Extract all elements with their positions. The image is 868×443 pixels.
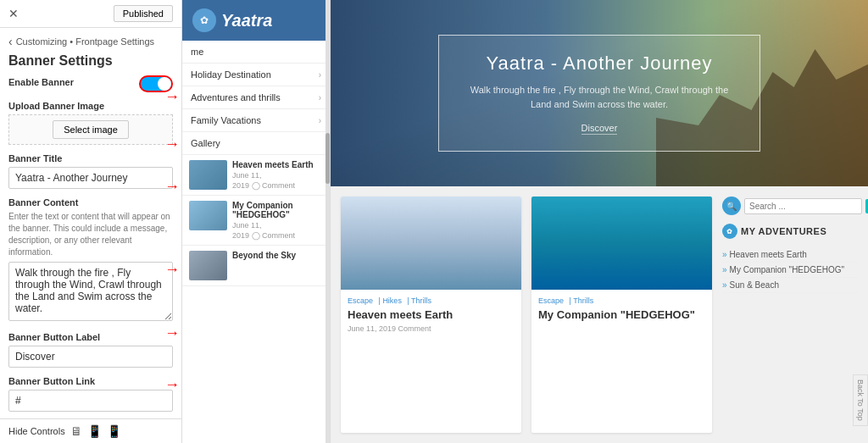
banner-content-textarea[interactable]: Walk through the fire , Fly through the … bbox=[8, 262, 173, 321]
card-1: Escape | Hikes | Thrills Heaven meets Ea… bbox=[341, 197, 521, 433]
banner-button-link-label: Banner Button Link bbox=[8, 376, 173, 386]
scroll-bar bbox=[326, 0, 330, 443]
nav-item-adventures-label: Adventures and thrills bbox=[191, 92, 281, 102]
panel-title: Banner Settings bbox=[0, 52, 181, 75]
upload-image-group: Upload Banner Image Select image bbox=[8, 101, 173, 145]
nav-item-gallery-label: Gallery bbox=[191, 138, 220, 148]
hide-controls-label: Hide Controls bbox=[8, 426, 65, 436]
banner-button-link-wrapper bbox=[8, 390, 173, 412]
widget-title: ✿ MY ADVENTURES bbox=[722, 224, 858, 239]
post-meta-1: June 11, bbox=[232, 171, 323, 180]
close-icon[interactable]: ✕ bbox=[8, 7, 19, 20]
site-logo-area: ✿ Yaatra bbox=[182, 0, 330, 41]
hero-overlay-box: Yaatra - Another Journey Walk through th… bbox=[438, 35, 760, 152]
widget-list-item-2: My Companion "HEDGEHOG" bbox=[722, 263, 858, 278]
banner-content-wrapper: Walk through the fire , Fly through the … bbox=[8, 262, 173, 324]
select-image-button[interactable]: Select image bbox=[53, 120, 129, 139]
logo-icon: ✿ bbox=[192, 8, 216, 32]
nav-item-me[interactable]: me bbox=[182, 41, 330, 64]
widget-list-item-1: Heaven meets Earth bbox=[722, 247, 858, 263]
widget-icon: ✿ bbox=[722, 224, 737, 239]
banner-button-link-input[interactable] bbox=[8, 390, 173, 412]
banner-title-group: Banner Title bbox=[8, 153, 173, 189]
top-bar: ✕ Published bbox=[0, 0, 181, 28]
banner-button-label-group: Banner Button Label bbox=[8, 332, 173, 368]
tag-thrills-1: Thrills bbox=[411, 296, 431, 305]
upload-image-box: Select image bbox=[8, 114, 173, 145]
published-button[interactable]: Published bbox=[114, 5, 173, 22]
nav-chevron-icon: › bbox=[319, 70, 321, 80]
nav-item-gallery[interactable]: Gallery bbox=[182, 132, 330, 155]
search-input[interactable] bbox=[744, 198, 862, 214]
nav-item-family[interactable]: Family Vacations › bbox=[182, 109, 330, 132]
post-info-3: Beyond the Sky bbox=[232, 251, 323, 280]
banner-content-desc: Enter the text or content that will appe… bbox=[8, 211, 173, 258]
hero-subtitle: Walk through the fire , Fly through the … bbox=[465, 83, 734, 111]
post-thumb-2 bbox=[189, 201, 227, 230]
banner-title-input[interactable] bbox=[8, 167, 173, 189]
card-tags-1: Escape | Hikes | Thrills bbox=[348, 296, 515, 305]
post-item-1: Heaven meets Earth June 11, 2019 ◯ Comme… bbox=[182, 155, 330, 196]
enable-banner-toggle[interactable] bbox=[139, 75, 173, 92]
post-title-1: Heaven meets Earth bbox=[232, 160, 323, 169]
right-panel: Yaatra - Another Journey Walk through th… bbox=[331, 0, 868, 443]
middle-panel: Enabling banners Adding Images Adding Ti… bbox=[182, 0, 331, 443]
breadcrumb-text: Customizing • Frontpage Settings bbox=[16, 36, 154, 47]
banner-button-label-wrapper bbox=[8, 346, 173, 368]
banner-button-label-label: Banner Button Label bbox=[8, 332, 173, 342]
enable-banner-label: Enable Banner bbox=[8, 77, 74, 87]
card-tags-2: Escape | Thrills bbox=[538, 296, 705, 305]
widget-list-item-3: Sun & Beach bbox=[722, 278, 858, 293]
upload-image-label: Upload Banner Image bbox=[8, 101, 173, 111]
breadcrumb: ‹ Customizing • Frontpage Settings bbox=[0, 28, 181, 52]
card-title-2: My Companion "HEDGEHOG" bbox=[538, 308, 705, 321]
widget-list: Heaven meets Earth My Companion "HEDGEHO… bbox=[722, 247, 858, 293]
banner-title-wrapper bbox=[8, 167, 173, 189]
nav-chevron-icon-3: › bbox=[319, 116, 321, 125]
card-image-1 bbox=[341, 197, 521, 290]
card-2: Escape | Thrills My Companion "HEDGEHOG" bbox=[531, 197, 712, 433]
banner-content-group: Banner Content Enter the text or content… bbox=[8, 197, 173, 324]
post-info-2: My Companion "HEDGEHOG" June 11, 2019 ◯ … bbox=[232, 201, 323, 240]
search-icon: 🔍 bbox=[722, 197, 741, 215]
post-thumb-3 bbox=[189, 251, 227, 280]
nav-area: me Holiday Destination › Adventures and … bbox=[182, 41, 330, 443]
banner-button-link-group: Banner Button Link bbox=[8, 376, 173, 412]
banner-title-label: Banner Title bbox=[8, 153, 173, 163]
card-body-2: Escape | Thrills My Companion "HEDGEHOG" bbox=[531, 290, 712, 433]
hero-title: Yaatra - Another Journey bbox=[465, 53, 734, 75]
nav-item-adventures[interactable]: Adventures and thrills › bbox=[182, 86, 330, 109]
tag-hikes: Hikes bbox=[382, 296, 402, 305]
post-item-2: My Companion "HEDGEHOG" June 11, 2019 ◯ … bbox=[182, 196, 330, 246]
discover-link[interactable]: Discover bbox=[581, 123, 618, 135]
search-row: 🔍 Search bbox=[722, 197, 858, 215]
post-meta-2b: 2019 ◯ Comment bbox=[232, 231, 323, 240]
mobile-icon[interactable]: 📱 bbox=[107, 424, 121, 438]
card-meta-1: June 11, 2019 Comment bbox=[348, 324, 515, 333]
hero-section: Yaatra - Another Journey Walk through th… bbox=[331, 0, 868, 186]
monitor-icon[interactable]: 🖥 bbox=[70, 424, 82, 438]
nav-chevron-icon-2: › bbox=[319, 93, 321, 102]
nav-item-holiday-label: Holiday Destination bbox=[191, 69, 271, 80]
banner-button-label-input[interactable] bbox=[8, 346, 173, 368]
post-item-3: Beyond the Sky bbox=[182, 246, 330, 286]
tablet-icon[interactable]: 📱 bbox=[87, 424, 102, 438]
bottom-bar: Hide Controls 🖥 📱 📱 bbox=[0, 418, 181, 443]
post-meta-1b: 2019 ◯ Comment bbox=[232, 181, 323, 190]
back-to-top[interactable]: Back To Top bbox=[853, 374, 868, 426]
left-panel: ✕ Published ‹ Customizing • Frontpage Se… bbox=[0, 0, 182, 443]
nav-item-family-label: Family Vacations bbox=[191, 115, 261, 125]
banner-content-label: Banner Content bbox=[8, 197, 173, 208]
card-body-1: Escape | Hikes | Thrills Heaven meets Ea… bbox=[341, 290, 521, 433]
back-arrow-icon[interactable]: ‹ bbox=[8, 35, 13, 48]
content-grid: Escape | Hikes | Thrills Heaven meets Ea… bbox=[331, 186, 868, 443]
nav-item-me-label: me bbox=[191, 47, 203, 57]
scroll-thumb bbox=[326, 133, 330, 184]
nav-item-holiday[interactable]: Holiday Destination › bbox=[182, 64, 330, 86]
post-thumb-1 bbox=[189, 160, 227, 190]
widget-title-text: MY ADVENTURES bbox=[741, 226, 826, 236]
settings-scroll-area: Enable Banner Upload Banner Image Select… bbox=[0, 75, 181, 418]
post-title-2: My Companion "HEDGEHOG" bbox=[232, 201, 323, 219]
card-title-1: Heaven meets Earth bbox=[348, 308, 515, 321]
logo-text: Yaatra bbox=[221, 11, 272, 30]
